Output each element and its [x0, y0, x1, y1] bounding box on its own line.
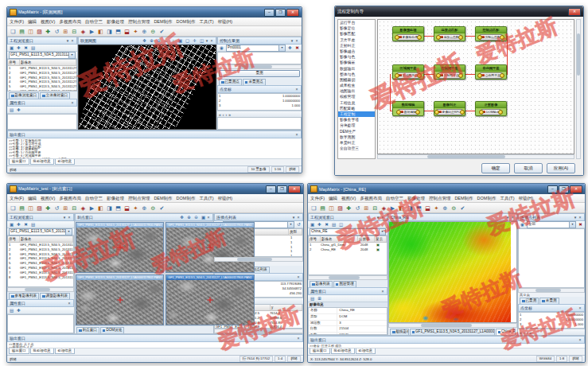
node-button[interactable]: DOM输出 — [481, 109, 502, 115]
nav-arrow-icon[interactable]: › — [526, 330, 528, 335]
menu-item[interactable]: 影像处理 — [407, 196, 425, 201]
chevron-down-icon[interactable]: ▾ — [379, 229, 385, 235]
menu-item[interactable]: 文件(F) — [10, 196, 24, 201]
toolbar-icon[interactable]: ◈ — [80, 28, 87, 35]
panel-tool-icon[interactable]: ✖ — [23, 222, 29, 228]
flow-node-ortho-output[interactable]: 正射影像 DOM输出 — [475, 101, 507, 116]
point-list[interactable] — [518, 228, 585, 288]
node-button[interactable]: 影像纠正RPC — [436, 109, 463, 115]
table-row[interactable]: 3 1.000 — [218, 103, 301, 108]
toolbar-icon[interactable]: ▨ — [36, 204, 43, 212]
close-icon[interactable]: × — [67, 215, 72, 220]
tab[interactable]: 未量测 — [539, 298, 559, 304]
h-scrollbar[interactable] — [217, 64, 302, 69]
toolbar-icon[interactable]: ❏ — [10, 204, 17, 212]
h-scrollbar[interactable] — [308, 275, 387, 280]
toolbar-icon[interactable]: ✦ — [132, 28, 139, 35]
list-item[interactable]: 影像镶嵌 — [338, 60, 375, 65]
close-icon[interactable]: × — [70, 100, 75, 106]
toolbar-icon[interactable]: ❏ — [310, 204, 317, 212]
close-icon[interactable]: × — [510, 215, 515, 220]
list-item[interactable]: 数据输出 — [338, 66, 375, 72]
menu-item[interactable]: 多视图布局 — [59, 19, 81, 25]
toolbar-icon[interactable]: ◫ — [27, 204, 34, 212]
view-tool-icon[interactable]: ▣ — [177, 38, 183, 44]
nav-arrow-icon[interactable]: ‹ — [223, 112, 224, 117]
chevron-down-icon[interactable]: ▾ — [569, 222, 575, 228]
toolbar-icon[interactable]: ✔ — [158, 204, 165, 212]
tab[interactable]: 已量测 — [520, 298, 539, 304]
toolbar-icon[interactable]: ✚ — [345, 204, 352, 212]
h-scrollbar[interactable] — [7, 287, 74, 292]
h-scrollbar[interactable] — [388, 323, 517, 328]
toolbar-icon[interactable]: ⊟ — [71, 28, 78, 35]
titlebar[interactable]: MapMatrix_test - [刺点窗口] – ❐ ✕ — [7, 184, 303, 194]
close-icon[interactable]: × — [578, 215, 582, 220]
property-row[interactable]: 波段数 3 — [309, 321, 387, 327]
list-item[interactable]: 数字测图 — [338, 134, 375, 140]
h-scrollbar[interactable] — [214, 329, 303, 333]
view-tool-icon[interactable]: ↔ — [163, 38, 169, 44]
panel-tool-icon[interactable]: ▤ — [30, 45, 36, 51]
point-combo[interactable]: Pnt0001 ▾ — [226, 45, 286, 52]
list-item[interactable]: 全自动空三 — [338, 146, 375, 151]
toolbar-icon[interactable]: ❏ — [10, 28, 17, 35]
menu-item[interactable]: 文件(F) — [10, 19, 24, 25]
property-row[interactable]: 行数 21504 — [309, 326, 387, 333]
toolbar-icon[interactable]: ⬒ — [115, 204, 122, 212]
toolbar-icon[interactable]: ◧ — [97, 204, 104, 212]
menu-item[interactable]: DEM制作 — [154, 196, 172, 201]
close-icon[interactable]: × — [294, 132, 299, 138]
visibility-checkbox[interactable]: ▣ — [376, 247, 387, 252]
apply-button[interactable]: 应用(A) — [547, 163, 575, 173]
tab[interactable]: 未量测点 — [243, 79, 266, 85]
toolbar-icon[interactable]: ▤ — [18, 28, 25, 35]
tab[interactable]: 处理信息 — [55, 348, 76, 354]
image-pane[interactable]: GF1_PMS1_E113.5_N34.5_20131127_L1A000011… — [76, 222, 164, 273]
chevron-down-icon[interactable]: ▾ — [65, 229, 72, 235]
menu-item[interactable]: 帮助(H) — [217, 19, 232, 25]
toolbar-icon[interactable]: ◨ — [106, 204, 113, 212]
toolbar-icon[interactable]: ✚ — [45, 204, 52, 212]
toolbar-icon[interactable]: ◧ — [97, 28, 104, 35]
menu-item[interactable]: 编辑 — [329, 196, 337, 201]
toolbar-icon[interactable]: ⊕ — [442, 204, 449, 212]
flow-node-rectify[interactable]: 影像纠正 影像纠正RPC — [434, 101, 465, 116]
toolbar-icon[interactable]: ⬓ — [123, 28, 130, 35]
nav-arrow-icon[interactable]: « — [520, 330, 522, 335]
toolbar-icon[interactable]: ◈ — [80, 204, 87, 212]
toolbar-icon[interactable]: ▤ — [18, 204, 25, 212]
toolbar-icon[interactable]: ◈ — [380, 204, 387, 212]
close-icon[interactable]: × — [296, 336, 301, 341]
panel-tool-icon[interactable]: ▤ — [30, 222, 36, 228]
titlebar[interactable]: MapMatrix - [联测网图] – ❐ ✕ — [7, 7, 302, 18]
tab[interactable]: 处理信息 — [356, 348, 376, 354]
tab[interactable]: 影像浏览窗口 — [9, 92, 39, 99]
close-icon[interactable]: × — [380, 289, 385, 294]
layer-combo[interactable]: China_RE ▾ — [310, 228, 386, 236]
minimize-button[interactable]: – — [264, 9, 275, 17]
toolbar-icon[interactable]: ⊞ — [363, 204, 370, 212]
nav-arrow-icon[interactable]: « — [219, 112, 221, 117]
cancel-button[interactable]: 取消 — [514, 163, 543, 173]
menu-item[interactable]: 控制点管理 — [429, 196, 451, 201]
toolbar-icon[interactable]: ↺ — [53, 28, 60, 35]
toolbar-icon[interactable]: ▨ — [36, 28, 43, 35]
view-tool-icon[interactable]: ⊖ — [156, 38, 162, 44]
toolbar-icon[interactable]: ▶ — [88, 28, 95, 35]
toolbar-icon[interactable]: ◧ — [398, 204, 405, 212]
menu-item[interactable]: 文件(F) — [310, 196, 325, 201]
menu-item[interactable]: 影像处理 — [107, 196, 124, 201]
flow-node-free-adjust[interactable]: 自由网平差 自由网平差 — [475, 64, 507, 80]
menu-item[interactable]: 自动空三 — [85, 196, 103, 201]
flow-node-control-adjust[interactable]: 控制网平差 控制网平差 — [434, 64, 465, 80]
node-button[interactable]: 控制网平差 — [438, 72, 461, 79]
view-tool-icon[interactable]: ⊕ — [186, 215, 192, 220]
flow-node-tiepoint-match[interactable]: 连接点匹配 连接点匹配 — [434, 26, 465, 41]
tab[interactable]: 已量测点 — [219, 79, 242, 85]
list-item[interactable]: 卫片平差 — [338, 37, 375, 43]
list-item[interactable]: 分块处理 — [338, 123, 375, 128]
flow-node-gcp-match[interactable]: 控制点匹配 控制点匹配 — [475, 26, 507, 41]
panel-tool-icon[interactable]: ⊞ — [317, 296, 322, 302]
flow-node-data-edit[interactable]: 数据编辑 数据编辑 — [392, 101, 424, 116]
